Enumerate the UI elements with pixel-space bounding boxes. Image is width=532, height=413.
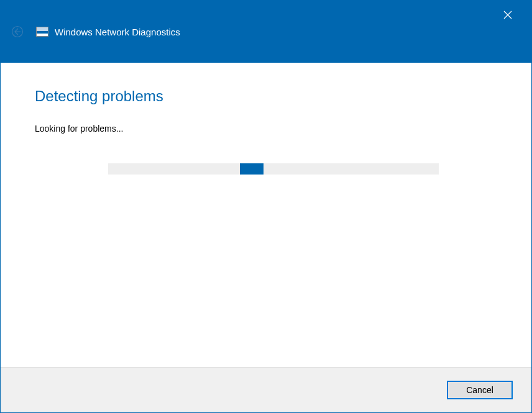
status-text: Looking for problems... bbox=[35, 124, 497, 134]
cancel-button[interactable]: Cancel bbox=[447, 381, 513, 399]
close-icon bbox=[503, 11, 512, 19]
window-title: Windows Network Diagnostics bbox=[55, 27, 180, 37]
close-button[interactable] bbox=[495, 6, 520, 24]
progress-bar bbox=[108, 163, 439, 175]
back-arrow-icon bbox=[11, 25, 24, 38]
content-area: Detecting problems Looking for problems.… bbox=[1, 63, 531, 367]
progress-indicator bbox=[240, 163, 264, 175]
page-heading: Detecting problems bbox=[35, 88, 497, 105]
footer: Cancel bbox=[1, 367, 531, 412]
back-button bbox=[10, 24, 25, 39]
title-section: Windows Network Diagnostics bbox=[36, 27, 180, 37]
network-diagnostics-icon bbox=[36, 27, 48, 37]
titlebar: Windows Network Diagnostics bbox=[1, 1, 531, 63]
